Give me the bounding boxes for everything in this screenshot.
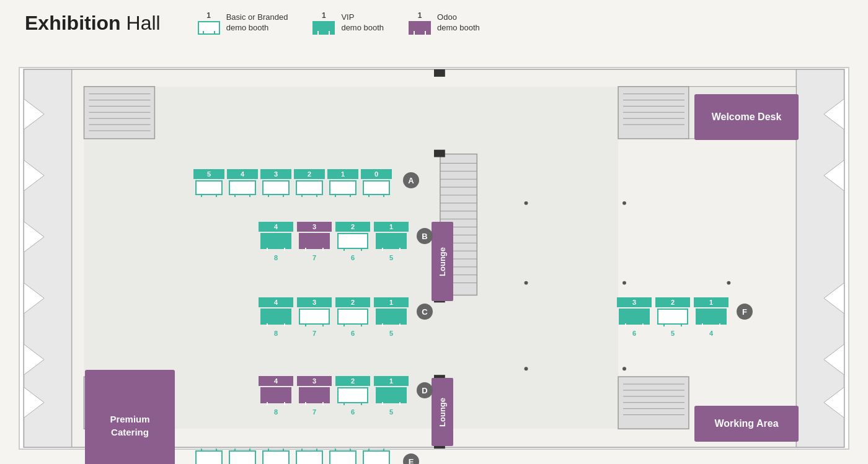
legend-basic-booth-icon [198,21,220,35]
legend-odoo-booth-icon [409,21,431,35]
row-label-a: A [403,172,419,188]
lounge-bottom: Lounge [432,378,453,446]
lounge-top: Lounge [432,222,453,301]
booth-a3: 3 [259,169,293,195]
booth-e0: 0 [360,450,393,464]
row-label-c: C [417,304,433,320]
booth-d3: 3 7 [295,376,334,416]
title-normal: Hall [121,12,161,34]
booth-e1: 1 [326,450,360,464]
legend-basic-label: Basic or Branded demo booth [226,12,288,33]
legend-odoo: 1 Odoo demo booth [409,11,480,35]
booth-c3: 3 7 [295,297,334,337]
legend-vip-label: VIP demo booth [341,12,384,33]
booth-b2: 2 6 [334,222,372,261]
booth-c1: 1 5 [372,297,410,337]
legend-odoo-label: Odoo demo booth [437,12,480,33]
svg-rect-8 [796,69,844,447]
row-label-b: B [417,228,433,244]
svg-point-69 [525,201,528,205]
booth-d4: 4 8 [257,376,295,416]
working-area: Working Area [694,406,799,442]
legend-vip-number: 1 [322,11,326,20]
booth-d1: 1 5 [372,376,410,416]
page-title: Exhibition Hall [25,12,161,35]
welcome-desk: Welcome Desk [694,94,799,140]
svg-point-73 [622,367,626,370]
booth-e2: 2 [293,450,326,464]
booth-a4: 4 [226,169,259,195]
legend-odoo-number: 1 [418,11,422,20]
booth-e4: 4 [226,450,259,464]
premium-catering: Premium Catering [85,370,175,464]
legend-basic-number: 1 [206,11,211,20]
svg-point-70 [622,201,626,205]
booth-d2: 2 6 [334,376,372,416]
booth-e5: 5 [192,450,226,464]
title-bold: Exhibition [25,12,121,34]
svg-rect-1 [24,69,73,447]
booth-c2: 2 6 [334,297,372,337]
row-label-e: E [403,453,419,464]
booth-a5: 5 [192,169,226,195]
legend-vip-booth-icon [312,21,335,35]
booth-e3: 3 [259,450,293,464]
svg-point-75 [727,281,730,285]
exhibition-map: Welcome Desk Working Area Premium Cateri… [19,67,849,450]
svg-point-74 [622,281,626,285]
booth-a0: 0 [360,169,393,195]
booth-f1: 1 4 [692,297,730,337]
booth-a2: 2 [293,169,326,195]
svg-point-71 [525,281,528,285]
booth-a1: 1 [326,169,360,195]
row-label-d: D [417,382,433,398]
svg-rect-67 [434,69,445,77]
booth-b4: 4 8 [257,222,295,261]
booth-f2: 2 5 [653,297,692,337]
legend-basic: 1 Basic or Branded demo booth [198,11,288,35]
svg-rect-63 [434,150,445,157]
svg-point-72 [525,367,528,370]
booth-a5-box [195,180,223,195]
row-label-f: F [737,304,753,320]
booth-f3: 3 6 [615,297,653,337]
booth-b3: 3 7 [295,222,334,261]
legend: 1 Basic or Branded demo booth 1 VIP demo… [198,11,480,35]
booth-b1: 1 5 [372,222,410,261]
header: Exhibition Hall 1 Basic or Branded demo … [0,0,868,67]
booth-c4: 4 8 [257,297,295,337]
legend-vip: 1 VIP demo booth [312,11,384,35]
